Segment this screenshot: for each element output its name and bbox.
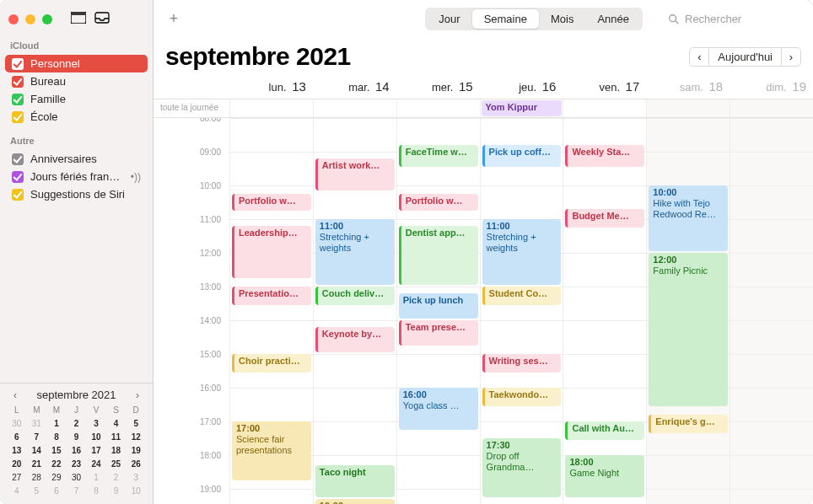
mini-day[interactable]: 7 xyxy=(68,485,85,497)
day-column[interactable]: Pick up coff…11:00Stretching + weightsSt… xyxy=(480,118,563,504)
mini-day[interactable]: 2 xyxy=(68,418,85,430)
calendar-famille[interactable]: Famille xyxy=(5,90,148,108)
mini-next-month[interactable]: › xyxy=(131,389,144,401)
checkbox-icon[interactable] xyxy=(12,171,24,183)
view-année[interactable]: Année xyxy=(585,9,641,29)
event[interactable]: Taekwondo… xyxy=(482,388,562,406)
mini-day[interactable]: 11 xyxy=(108,432,125,443)
mini-day[interactable]: 16 xyxy=(68,445,85,457)
event[interactable]: Couch deliv… xyxy=(315,287,395,305)
event[interactable]: Taco night xyxy=(315,465,395,497)
mini-day[interactable]: 6 xyxy=(8,432,25,443)
day-column[interactable] xyxy=(730,118,813,504)
event[interactable]: Team prese… xyxy=(399,320,478,346)
event[interactable]: 17:30Drop off Grandma… xyxy=(482,438,562,497)
day-column[interactable]: FaceTime w…Portfolio w…Dentist app…Pick … xyxy=(396,118,480,504)
event[interactable]: 17:00Science fair presentations xyxy=(232,421,311,480)
event[interactable]: Portfolio w… xyxy=(399,194,478,211)
calendar-siri[interactable]: Suggestions de Siri xyxy=(5,185,148,203)
mini-day[interactable]: 4 xyxy=(108,418,125,430)
mini-day[interactable]: 27 xyxy=(8,472,25,484)
mini-day[interactable]: 4 xyxy=(8,485,25,497)
allday-event[interactable]: Yom Kippur xyxy=(482,100,563,116)
view-mois[interactable]: Mois xyxy=(539,9,585,29)
today-button[interactable]: Aujourd'hui xyxy=(709,47,781,67)
event[interactable]: Presentatio… xyxy=(232,287,311,305)
prev-week-button[interactable]: ‹ xyxy=(689,47,709,67)
mini-day[interactable]: 8 xyxy=(48,432,65,443)
event[interactable]: 11:00Stretching + weights xyxy=(315,219,395,285)
mini-day[interactable]: 22 xyxy=(48,458,65,470)
mini-day[interactable]: 20 xyxy=(8,458,25,470)
mini-day[interactable]: 30 xyxy=(68,472,85,484)
add-event-button[interactable]: + xyxy=(164,10,184,28)
next-week-button[interactable]: › xyxy=(781,47,801,67)
checkbox-icon[interactable] xyxy=(12,76,24,88)
event[interactable]: Pick up coff… xyxy=(482,145,562,167)
mini-day[interactable]: 8 xyxy=(88,485,105,497)
mini-day[interactable]: 30 xyxy=(8,418,25,430)
mini-day[interactable]: 26 xyxy=(127,458,144,470)
mini-day[interactable]: 18 xyxy=(108,445,125,457)
mini-day[interactable]: 1 xyxy=(88,472,105,484)
day-column[interactable]: Artist work…11:00Stretching + weightsCou… xyxy=(313,118,396,504)
event[interactable]: Portfolio w… xyxy=(232,194,311,211)
mini-day[interactable]: 3 xyxy=(127,472,144,484)
checkbox-icon[interactable] xyxy=(12,189,24,201)
search-field[interactable]: Rechercher xyxy=(668,13,803,25)
event[interactable]: 10:00Hike with TejoRedwood Re… xyxy=(649,185,728,251)
mini-day[interactable]: 24 xyxy=(88,458,105,470)
mini-day[interactable]: 5 xyxy=(29,485,46,497)
event[interactable]: Call with Au… xyxy=(565,421,644,440)
mini-day[interactable]: 2 xyxy=(108,472,125,484)
mini-day[interactable]: 14 xyxy=(29,445,46,457)
event[interactable]: Artist work… xyxy=(315,158,395,190)
day-column[interactable]: 10:00Hike with TejoRedwood Re…12:00Famil… xyxy=(646,118,730,504)
event[interactable]: Leadership… xyxy=(232,226,311,278)
event[interactable]: Student Co… xyxy=(482,287,562,305)
calendar-bureau[interactable]: Bureau xyxy=(5,72,148,90)
checkbox-icon[interactable] xyxy=(12,94,24,105)
event[interactable]: Weekly Sta… xyxy=(565,145,644,167)
calendar-ecole[interactable]: École xyxy=(5,108,148,126)
event[interactable]: 11:00Stretching + weights xyxy=(482,219,562,285)
allday-cell[interactable] xyxy=(313,99,396,117)
allday-cell[interactable] xyxy=(646,99,730,117)
mini-day[interactable]: 10 xyxy=(127,485,144,497)
mini-day[interactable]: 1 xyxy=(48,418,65,430)
mini-prev-month[interactable]: ‹ xyxy=(8,389,22,401)
event[interactable]: Dentist app… xyxy=(399,226,478,285)
event[interactable]: Budget Me… xyxy=(565,209,644,228)
allday-cell[interactable] xyxy=(229,99,313,117)
event[interactable]: 16:00Yoga class … xyxy=(399,388,478,430)
event[interactable]: Writing ses… xyxy=(482,354,562,373)
view-jour[interactable]: Jour xyxy=(427,9,471,29)
view-semaine[interactable]: Semaine xyxy=(472,9,539,29)
mini-day[interactable]: 15 xyxy=(48,445,65,457)
allday-cell[interactable] xyxy=(396,99,480,117)
event[interactable]: 12:00Family Picnic xyxy=(649,253,728,406)
mini-day[interactable]: 7 xyxy=(29,432,46,443)
event[interactable]: FaceTime w… xyxy=(399,145,478,167)
checkbox-icon[interactable] xyxy=(12,111,24,123)
mini-day[interactable]: 21 xyxy=(29,458,46,470)
event[interactable]: 19:00 xyxy=(315,499,395,504)
mini-day[interactable]: 19 xyxy=(127,445,144,457)
mini-day[interactable]: 31 xyxy=(29,418,46,430)
event[interactable]: Keynote by… xyxy=(315,327,395,352)
calendar-personnel[interactable]: Personnel xyxy=(5,55,148,72)
event[interactable]: 18:00Game Night xyxy=(565,455,644,497)
mini-day[interactable]: 25 xyxy=(108,458,125,470)
calendar-anniversaires[interactable]: Anniversaires xyxy=(5,150,148,168)
mini-day[interactable]: 10 xyxy=(88,432,105,443)
close-icon[interactable] xyxy=(8,14,19,24)
day-column[interactable]: Portfolio w…Leadership…Presentatio…Choir… xyxy=(229,118,313,504)
inbox-view-icon[interactable] xyxy=(94,12,110,27)
event[interactable]: Enrique's g… xyxy=(649,415,728,433)
minimize-icon[interactable] xyxy=(25,14,35,24)
calendar-feriés[interactable]: Jours fériés fran…•)) xyxy=(5,168,148,185)
mini-day[interactable]: 12 xyxy=(127,432,144,443)
mini-day[interactable]: 6 xyxy=(48,485,65,497)
mini-day[interactable]: 28 xyxy=(29,472,46,484)
calendar-view-icon[interactable] xyxy=(71,12,86,27)
